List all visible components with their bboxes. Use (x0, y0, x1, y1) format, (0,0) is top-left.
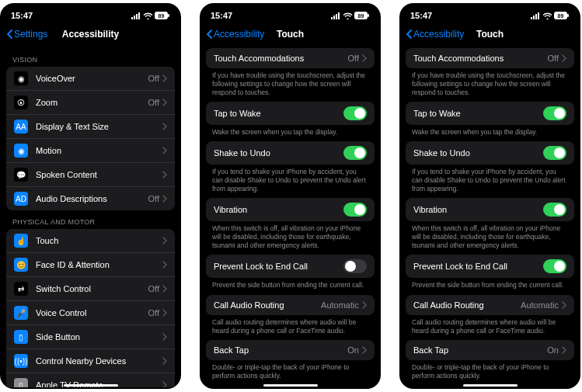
tap-to-wake-toggle[interactable] (343, 106, 367, 120)
vibration-toggle[interactable] (343, 203, 367, 217)
cell-group: Touch AccommodationsOff (406, 48, 574, 68)
cell-group: Back TapOn (206, 340, 375, 360)
row-value: Off (148, 98, 159, 107)
phone-touch-1: 15:47 89 Accessibility Touch Touch Accom… (200, 3, 381, 389)
svg-text:89: 89 (159, 13, 165, 19)
row-shake-undo[interactable]: Shake to Undo (406, 141, 574, 165)
row-back-tap[interactable]: Back TapOn (406, 340, 574, 360)
row-faceid[interactable]: 😊Face ID & Attention (6, 253, 175, 277)
content[interactable]: Touch AccommodationsOffIf you have troub… (200, 48, 381, 387)
back-button[interactable]: Settings (6, 29, 47, 40)
footer-text: Double- or triple-tap the back of your i… (200, 360, 381, 385)
footer-text: Call audio routing determines where audi… (200, 315, 381, 340)
voiceover-icon: ◉ (14, 71, 28, 85)
row-prevent-lock[interactable]: Prevent Lock to End Call (406, 255, 574, 278)
row-label: Tap to Wake (413, 109, 543, 118)
row-call-audio[interactable]: Call Audio RoutingAutomatic (406, 295, 574, 315)
shake-undo-toggle[interactable] (343, 146, 367, 160)
row-voiceover[interactable]: ◉VoiceOverOff (6, 67, 175, 91)
back-button[interactable]: Accessibility (406, 29, 464, 40)
battery-icon: 89 (554, 12, 570, 19)
row-switch-control[interactable]: ⇄Switch ControlOff (6, 277, 175, 301)
row-label: Control Nearby Devices (36, 356, 162, 366)
svg-rect-1 (134, 16, 135, 19)
back-button[interactable]: Accessibility (206, 29, 264, 40)
back-label: Accessibility (413, 29, 464, 40)
shake-undo-toggle[interactable] (543, 146, 566, 160)
row-value: Automatic (321, 300, 359, 310)
row-tap-to-wake[interactable]: Tap to Wake (406, 102, 574, 125)
tap-to-wake-toggle[interactable] (543, 106, 566, 120)
row-zoom[interactable]: ⦿ZoomOff (6, 91, 175, 115)
svg-rect-12 (368, 14, 369, 17)
row-side-button[interactable]: ▯Side Button (6, 325, 175, 349)
row-touch[interactable]: ☝Touch (6, 229, 175, 253)
zoom-icon: ⦿ (14, 95, 28, 109)
chevron-right-icon (162, 123, 167, 130)
row-back-tap[interactable]: Back TapOn (206, 340, 375, 360)
chevron-left-icon (206, 29, 212, 39)
footer-text: If you tend to shake your iPhone by acci… (200, 165, 381, 198)
status-time: 15:47 (11, 11, 33, 20)
row-label: Voice Control (36, 308, 148, 317)
row-shake-undo[interactable]: Shake to Undo (206, 141, 375, 165)
section-header: VISION (0, 48, 181, 67)
row-value: Automatic (521, 300, 559, 310)
row-prevent-lock[interactable]: Prevent Lock to End Call (206, 255, 375, 278)
row-display-text[interactable]: AADisplay & Text Size (6, 115, 175, 139)
nav-title: Touch (476, 29, 504, 40)
battery-icon: 89 (155, 12, 170, 19)
home-indicator[interactable] (64, 384, 118, 387)
home-indicator[interactable] (463, 384, 518, 387)
row-label: Vibration (413, 205, 543, 214)
chevron-right-icon (162, 261, 167, 269)
prevent-lock-toggle[interactable] (543, 259, 566, 273)
home-indicator[interactable] (263, 384, 318, 387)
row-label: VoiceOver (36, 74, 148, 83)
row-tap-to-wake[interactable]: Tap to Wake (206, 102, 375, 125)
prevent-lock-toggle[interactable] (343, 259, 367, 273)
cell-group: Shake to Undo (406, 141, 574, 165)
row-label: Touch Accommodations (214, 54, 348, 63)
cell-group: Call Audio RoutingAutomatic (206, 295, 375, 315)
footer-text: Double- or triple-tap the back of your i… (399, 360, 580, 385)
row-audio-desc[interactable]: ADAudio DescriptionsOff (6, 187, 175, 210)
row-label: Back Tap (413, 345, 547, 355)
row-touch-accom[interactable]: Touch AccommodationsOff (406, 48, 574, 68)
row-voice-control[interactable]: 🎤Voice ControlOff (6, 301, 175, 325)
row-call-audio[interactable]: Call Audio RoutingAutomatic (206, 295, 375, 315)
row-label: Prevent Lock to End Call (413, 262, 543, 271)
row-spoken-content[interactable]: 💬Spoken Content (6, 163, 175, 187)
cell-group: Prevent Lock to End Call (206, 255, 375, 278)
content[interactable]: Touch AccommodationsOffIf you have troub… (399, 48, 580, 387)
chevron-right-icon (162, 357, 167, 365)
row-nearby-devices[interactable]: ((•))Control Nearby Devices (6, 349, 175, 373)
phone-touch-2: 15:47 89 Accessibility Touch Touch Accom… (399, 3, 580, 389)
svg-rect-17 (538, 12, 539, 19)
row-label: Shake to Undo (214, 148, 343, 158)
row-touch-accom[interactable]: Touch AccommodationsOff (206, 48, 375, 68)
row-vibration[interactable]: Vibration (406, 198, 574, 221)
row-label: Motion (36, 146, 162, 155)
spoken-content-icon: 💬 (14, 168, 28, 182)
chevron-right-icon (162, 285, 167, 293)
row-label: Shake to Undo (413, 148, 543, 158)
row-label: Spoken Content (36, 170, 162, 179)
vibration-toggle[interactable] (543, 203, 566, 217)
svg-rect-14 (531, 17, 532, 19)
content[interactable]: VISION◉VoiceOverOff⦿ZoomOffAADisplay & T… (0, 48, 181, 387)
svg-rect-5 (168, 14, 169, 17)
battery-icon: 89 (354, 12, 370, 19)
row-vibration[interactable]: Vibration (206, 198, 375, 221)
chevron-left-icon (6, 29, 12, 39)
faceid-icon: 😊 (14, 258, 28, 272)
row-label: Prevent Lock to End Call (214, 262, 343, 271)
row-label: Side Button (36, 332, 162, 342)
row-motion[interactable]: ◉Motion (6, 139, 175, 163)
chevron-right-icon (162, 309, 167, 317)
footer-text: Call audio routing determines where audi… (399, 315, 580, 340)
chevron-left-icon (406, 29, 412, 39)
row-label: Vibration (214, 205, 343, 214)
row-value: Off (148, 308, 159, 317)
wifi-icon (542, 12, 552, 19)
